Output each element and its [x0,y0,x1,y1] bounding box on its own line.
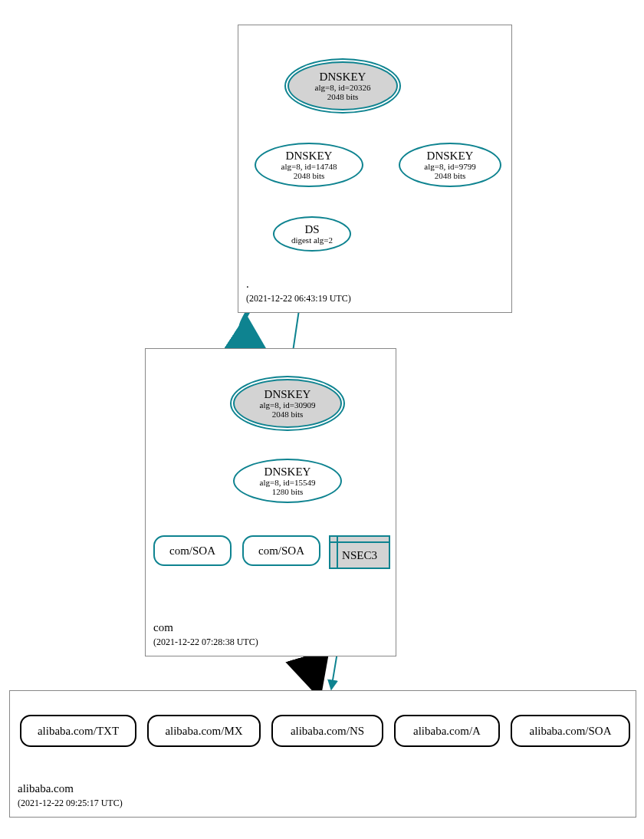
com-nsec3: NSEC3 [329,535,390,569]
node-sub: 2048 bits [294,171,325,180]
root-dnskey-a: DNSKEY alg=8, id=14748 2048 bits [255,143,363,187]
node-sub: alg=8, id=15549 [260,478,316,487]
zone-root-timestamp: (2021-12-22 06:43:19 UTC) [246,293,351,304]
zone-com-timestamp: (2021-12-22 07:28:38 UTC) [153,637,258,648]
node-title: DNSKEY [264,466,311,479]
com-soa-2: com/SOA [242,535,320,566]
com-soa-1: com/SOA [153,535,232,566]
node-label: alibaba.com/MX [165,725,242,738]
zone-alibaba-label: alibaba.com [18,782,74,795]
zone-alibaba: alibaba.com (2021-12-22 09:25:17 UTC) [9,690,636,818]
alibaba-soa: alibaba.com/SOA [511,715,630,747]
node-title: DNSKEY [320,71,366,84]
node-sub: alg=8, id=14748 [281,162,337,171]
node-label: NSEC3 [342,549,377,562]
node-title: DS [304,223,319,236]
root-ds: DS digest alg=2 [273,216,351,252]
com-dnskey-a: DNSKEY alg=8, id=15549 1280 bits [233,459,342,503]
alibaba-txt: alibaba.com/TXT [20,715,136,747]
node-title: DNSKEY [286,150,333,163]
node-label: alibaba.com/TXT [38,725,119,738]
node-sub: digest alg=2 [291,235,333,245]
node-title: DNSKEY [427,150,474,163]
node-label: com/SOA [169,545,215,558]
alibaba-mx: alibaba.com/MX [147,715,261,747]
node-sub: 2048 bits [435,171,466,180]
zone-root-label: . [246,278,249,291]
root-dnskey-sep: DNSKEY alg=8, id=20326 2048 bits [288,61,398,110]
alibaba-a: alibaba.com/A [394,715,500,747]
node-sub: 1280 bits [272,487,304,496]
node-sub: alg=8, id=30909 [260,400,316,410]
node-sub: alg=8, id=9799 [424,162,475,171]
zone-alibaba-timestamp: (2021-12-22 09:25:17 UTC) [18,798,123,809]
node-label: alibaba.com/SOA [529,725,611,738]
node-sub: 2048 bits [272,410,304,419]
alibaba-ns: alibaba.com/NS [271,715,383,747]
zone-com-label: com [153,621,173,634]
node-label: alibaba.com/NS [291,725,364,738]
com-dnskey-sep: DNSKEY alg=8, id=30909 2048 bits [233,379,342,428]
node-label: com/SOA [258,545,304,558]
node-sub: 2048 bits [327,92,359,101]
node-label: alibaba.com/A [413,725,481,738]
node-title: DNSKEY [264,388,311,401]
root-dnskey-b: DNSKEY alg=8, id=9799 2048 bits [399,143,501,187]
node-sub: alg=8, id=20326 [315,83,371,92]
